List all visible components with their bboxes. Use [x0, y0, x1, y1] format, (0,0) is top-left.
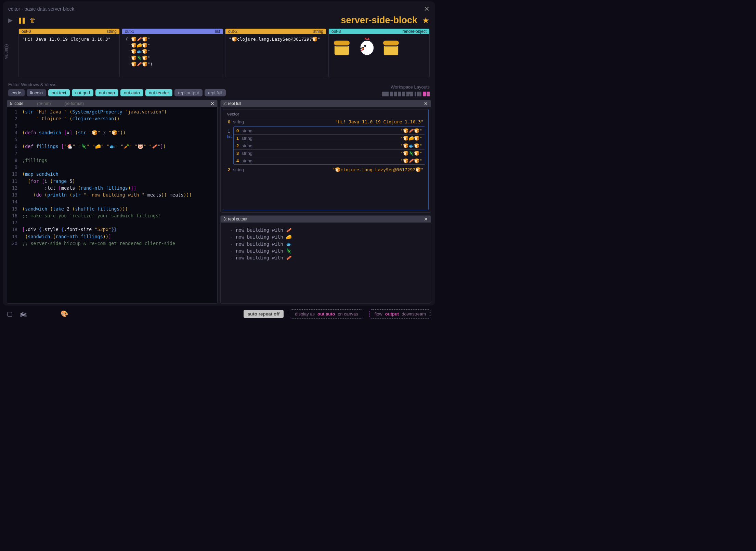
out-3-render — [329, 34, 429, 60]
repl-full-body[interactable]: vector 0string"Hi! Java 11.0.19 Clojure … — [223, 109, 429, 210]
auto-repeat-button[interactable]: auto repeat off — [244, 310, 284, 318]
svg-rect-21 — [427, 94, 430, 96]
close-repl-output[interactable]: ✕ — [424, 216, 428, 222]
layout-3-icon[interactable] — [398, 92, 405, 96]
svg-rect-17 — [417, 92, 419, 96]
out-2-panel[interactable]: out-2string "🍞clojure.lang.LazySeq@36172… — [225, 28, 326, 77]
svg-rect-10 — [398, 92, 401, 96]
toolbar: ▶ ❚❚ 🗑 server-side-block ★ — [7, 15, 431, 27]
svg-rect-18 — [419, 92, 421, 96]
editor-window: editor - basic-data-server-block ✕ ▶ ❚❚ … — [3, 1, 435, 306]
layout-2-icon[interactable] — [390, 92, 397, 96]
star-icon[interactable]: ★ — [422, 16, 430, 25]
tab-out-text[interactable]: out text — [48, 89, 70, 96]
repl-output-panel: 3: repl output ✕ - now building with 🥓 -… — [220, 215, 431, 304]
repl-output-body: - now building with 🥓 - now building wit… — [221, 223, 431, 303]
editor-section-label: Editor Windows & Views — [8, 82, 226, 87]
svg-rect-15 — [410, 94, 413, 96]
svg-rect-8 — [390, 92, 393, 96]
svg-rect-5 — [383, 40, 400, 46]
tab-lincoln[interactable]: lincoln — [27, 89, 46, 96]
close-code-panel[interactable]: ✕ — [210, 101, 214, 106]
layout-1-icon[interactable] — [382, 92, 389, 96]
svg-rect-9 — [394, 92, 397, 96]
tab-out-map[interactable]: out map — [95, 89, 118, 96]
code-panel-title: 5: code — [10, 101, 23, 106]
out-1-panel[interactable]: out-1list ("🍞🥓🍞" "🍞🧀🍞" "🍞🐟🍞" "🍞🦎🍞" "🍞🥓🍞"… — [122, 28, 223, 77]
motorcycle-icon[interactable]: 🏍 — [19, 309, 27, 319]
svg-rect-1 — [334, 40, 350, 46]
repl-full-title: 2: repl full — [223, 101, 241, 106]
workspace-label: Workspace Layouts — [382, 84, 430, 90]
values-label: value(s) — [4, 44, 9, 59]
svg-rect-11 — [402, 92, 405, 94]
moon-icon[interactable]: ☽ — [426, 310, 432, 318]
play-button[interactable]: ▶ — [8, 17, 13, 24]
repl-output-title: 3: repl output — [223, 217, 247, 221]
tab-repl-output[interactable]: repl output — [174, 89, 202, 96]
tab-repl-full[interactable]: repl full — [205, 89, 226, 96]
bread-icon — [381, 37, 401, 57]
layout-4-icon[interactable] — [406, 92, 413, 96]
page-title: server-side-block — [341, 15, 417, 26]
out-0-body: "Hi! Java 11.0.19 Clojure 1.10.3" — [19, 34, 119, 77]
palette-icon[interactable]: 🎨 — [61, 310, 68, 318]
svg-rect-6 — [382, 92, 389, 94]
close-repl-full[interactable]: ✕ — [424, 101, 428, 106]
breadcrumb: editor - basic-data-server-block — [8, 6, 74, 12]
out-3-panel[interactable]: out-3render-object — [328, 28, 430, 77]
rerun-button[interactable]: (re-run) — [37, 101, 51, 106]
svg-rect-13 — [406, 92, 413, 94]
close-window-button[interactable]: ✕ — [424, 5, 430, 13]
bread-icon — [331, 37, 352, 57]
window-titlebar: editor - basic-data-server-block ✕ — [7, 4, 431, 15]
code-editor[interactable]: 1(str "Hi! Java " (System/getProperty "j… — [7, 107, 217, 303]
terminal-icon[interactable]: ▢ — [7, 310, 13, 318]
svg-rect-12 — [402, 94, 405, 96]
svg-point-3 — [364, 45, 366, 47]
display-mode-box[interactable]: display asout autoon canvas — [290, 309, 363, 319]
code-panel: 5: code (re-run) (re-format) ✕ 1(str "Hi… — [7, 100, 218, 304]
footer: ▢ 🏍 🎨 auto repeat off display asout auto… — [0, 306, 438, 321]
svg-rect-20 — [427, 92, 430, 94]
flow-mode-box[interactable]: flowoutputdownstream — [369, 309, 431, 319]
out-0-panel[interactable]: out-0string "Hi! Java 11.0.19 Clojure 1.… — [18, 28, 120, 77]
view-tabs: codelincolnout textout gridout mapout au… — [8, 89, 226, 96]
repl-full-panel: 2: repl full ✕ vector 0string"Hi! Java 1… — [220, 100, 431, 213]
tab-out-grid[interactable]: out grid — [72, 89, 93, 96]
svg-rect-16 — [415, 92, 416, 96]
tab-code[interactable]: code — [8, 89, 25, 96]
pause-button[interactable]: ❚❚ — [17, 17, 25, 24]
out-2-body: "🍞clojure.lang.LazySeq@3617297🍞" — [225, 34, 326, 77]
reformat-button[interactable]: (re-format) — [64, 101, 84, 106]
output-row: out-0string "Hi! Java 11.0.19 Clojure 1.… — [7, 27, 431, 80]
layout-6-icon[interactable] — [423, 92, 430, 96]
tab-out-render[interactable]: out render — [145, 89, 172, 96]
svg-rect-14 — [406, 94, 409, 96]
out-1-body: ("🍞🥓🍞" "🍞🧀🍞" "🍞🐟🍞" "🍞🦎🍞" "🍞🥓🍞") — [122, 34, 223, 77]
tab-out-auto[interactable]: out auto — [120, 89, 143, 96]
layout-icons — [382, 92, 430, 96]
trash-button[interactable]: 🗑 — [30, 17, 36, 24]
chicken-icon — [356, 37, 377, 57]
layout-5-icon[interactable] — [415, 92, 421, 96]
svg-rect-7 — [382, 94, 389, 96]
svg-rect-19 — [423, 92, 426, 96]
